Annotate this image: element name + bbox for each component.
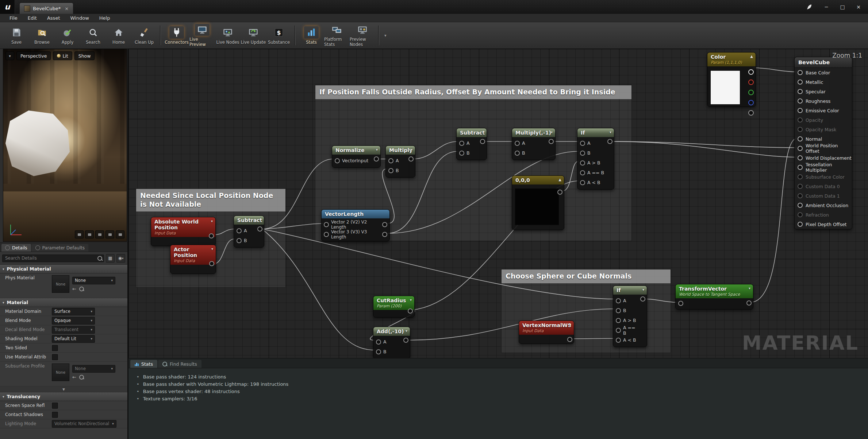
comment-header[interactable]: Needed Since Local Position Node is Not …: [136, 189, 285, 211]
output-pin-rgb[interactable]: [748, 69, 754, 75]
collapse-icon[interactable]: ▾: [410, 298, 412, 302]
input-pin[interactable]: [678, 301, 683, 306]
material-input-pin[interactable]: [798, 174, 803, 179]
menu-item[interactable]: Asset: [43, 15, 65, 22]
grid-view-icon[interactable]: ▦: [106, 254, 115, 263]
browse-asset-icon[interactable]: [79, 375, 84, 380]
substance-button[interactable]: $ Substance: [266, 24, 292, 47]
collapse-icon[interactable]: ▲: [750, 54, 753, 58]
output-pin-b[interactable]: [748, 100, 754, 105]
live-preview-button[interactable]: Live Preview: [189, 24, 215, 47]
collapse-icon[interactable]: ▾: [411, 148, 412, 152]
input-pin[interactable]: [459, 141, 464, 146]
input-pin[interactable]: [580, 170, 585, 175]
output-pin[interactable]: [640, 296, 645, 302]
material-input-pin[interactable]: [798, 222, 803, 227]
node-multiply[interactable]: Multiply▾ AB: [385, 145, 415, 178]
material-input-pin[interactable]: [798, 184, 803, 189]
save-button[interactable]: Save: [4, 24, 29, 47]
node-multiply-neg1[interactable]: Multiply(,-1)▾ AB: [512, 128, 556, 160]
lit-mode-button[interactable]: Lit: [53, 51, 72, 60]
advanced-expander[interactable]: ▼: [0, 386, 127, 392]
output-pin[interactable]: [209, 233, 214, 238]
input-pin[interactable]: [237, 238, 242, 243]
tab-find-results[interactable]: Find Results: [158, 360, 201, 368]
output-pin[interactable]: [403, 338, 408, 343]
tab-close-icon[interactable]: ×: [65, 6, 69, 11]
output-pin[interactable]: [382, 222, 387, 227]
phys-material-select[interactable]: None▾: [72, 277, 115, 284]
titlebar[interactable]: u BevelCube* × ─ □ ×: [0, 0, 868, 14]
input-pin[interactable]: [616, 338, 621, 343]
input-pin[interactable]: [616, 298, 621, 303]
input-pin[interactable]: [376, 349, 381, 354]
use-selected-asset-icon[interactable]: ←: [72, 286, 76, 292]
collapse-icon[interactable]: ▾: [642, 288, 644, 292]
search-icon[interactable]: [97, 256, 102, 261]
apply-button[interactable]: Apply: [55, 24, 80, 47]
node-absolute-world-position[interactable]: Absolute World Position▾Input Data: [151, 217, 216, 246]
collapse-icon[interactable]: ▾: [551, 130, 553, 134]
material-input-pin[interactable]: [798, 127, 803, 132]
material-input-pin[interactable]: [798, 79, 803, 85]
viewport-toolbar-button[interactable]: [105, 230, 114, 238]
output-pin-r[interactable]: [748, 79, 754, 85]
input-pin[interactable]: [237, 228, 242, 233]
collapse-icon[interactable]: ▾: [569, 323, 571, 327]
material-domain-select[interactable]: Surface▾: [52, 308, 95, 315]
two-sided-checkbox[interactable]: [52, 345, 58, 351]
output-pin[interactable]: [557, 190, 562, 195]
input-pin[interactable]: [335, 158, 340, 163]
collapse-icon[interactable]: ▾: [376, 148, 378, 152]
stats-button[interactable]: Stats: [299, 24, 324, 47]
node-transform-vector[interactable]: TransformVector▾World Space to Tangent S…: [675, 284, 753, 310]
toolbar-options-arrow[interactable]: ▾: [384, 33, 387, 38]
input-pin[interactable]: [459, 151, 464, 156]
menu-item[interactable]: Window: [66, 15, 93, 22]
material-graph-canvas[interactable]: Zoom 1:1 MATERIAL If Position Falls Outs…: [127, 49, 868, 439]
minimize-button[interactable]: ─: [819, 2, 834, 12]
input-pin[interactable]: [580, 151, 585, 156]
input-pin[interactable]: [324, 222, 329, 227]
output-pin-a[interactable]: [748, 110, 754, 116]
collapse-icon[interactable]: ▾: [482, 130, 484, 134]
material-input-pin[interactable]: [798, 193, 803, 198]
phys-material-thumbnail[interactable]: None: [52, 275, 69, 293]
node-constant-000[interactable]: 0,0,0▲: [512, 175, 564, 230]
perspective-button[interactable]: Perspective: [16, 51, 51, 60]
tab-parameter-defaults[interactable]: Parameter Defaults: [32, 244, 88, 252]
material-input-pin[interactable]: [798, 117, 803, 123]
platform-stats-button[interactable]: Platform Stats: [324, 24, 350, 47]
output-pin[interactable]: [607, 139, 612, 144]
input-pin[interactable]: [616, 308, 621, 313]
asset-tab[interactable]: BevelCube* ×: [19, 3, 73, 14]
output-pin[interactable]: [374, 156, 379, 162]
input-pin[interactable]: [388, 158, 393, 163]
comment-header[interactable]: Choose Sphere or Cube Normals: [502, 269, 671, 283]
node-color-param[interactable]: Color▲Param (1,1,1,0): [707, 52, 756, 107]
section-material[interactable]: ▾Material: [0, 298, 127, 307]
live-nodes-button[interactable]: Live Nodes: [215, 24, 241, 47]
viewport-options-button[interactable]: ▾: [5, 51, 14, 60]
viewport-toolbar-button[interactable]: [95, 230, 104, 238]
close-button[interactable]: ×: [851, 2, 866, 12]
color-param-swatch[interactable]: [710, 70, 740, 105]
browse-asset-icon[interactable]: [79, 287, 84, 291]
contact-shadows-checkbox[interactable]: [52, 412, 58, 418]
material-output-node[interactable]: BevelCube Base Color Metallic: [794, 57, 852, 229]
section-translucency[interactable]: ▾Translucency: [0, 392, 127, 401]
collapse-icon[interactable]: ▾: [211, 219, 213, 223]
input-pin[interactable]: [515, 141, 520, 146]
visibility-filter-icon[interactable]: ◉▾: [116, 254, 125, 263]
material-input-pin[interactable]: [798, 108, 803, 113]
input-pin[interactable]: [376, 339, 381, 345]
collapse-icon[interactable]: ▾: [406, 329, 407, 333]
node-cut-radius-param[interactable]: CutRadius▾Param (200): [373, 296, 415, 318]
feedback-feather-icon[interactable]: [804, 2, 814, 12]
input-pin[interactable]: [580, 160, 585, 166]
collapse-icon[interactable]: ▾: [260, 218, 261, 222]
material-input-pin[interactable]: [798, 89, 803, 94]
collapse-icon[interactable]: ▾: [749, 286, 750, 290]
node-normalize[interactable]: Normalize▾ VectorInput: [332, 145, 381, 168]
node-actor-position[interactable]: Actor Position▾Input Data: [170, 245, 216, 274]
